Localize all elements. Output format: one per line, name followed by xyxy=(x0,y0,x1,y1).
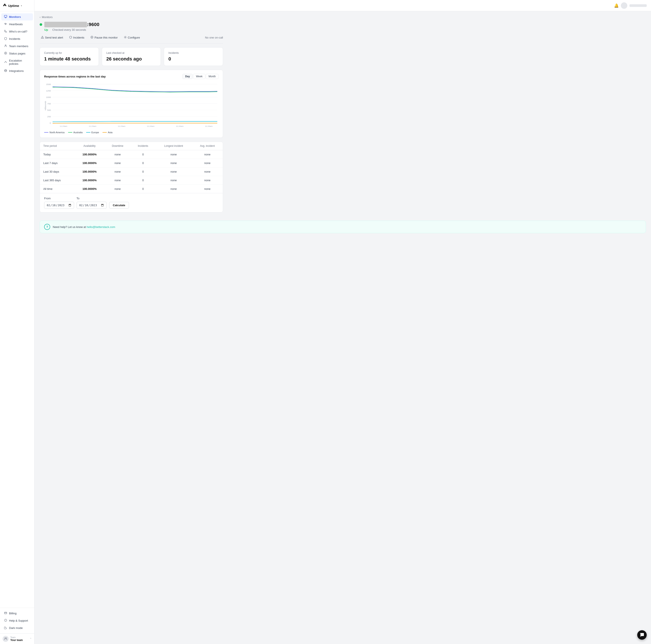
to-date-input[interactable] xyxy=(76,202,106,209)
svg-rect-15 xyxy=(92,37,92,38)
sidebar-item-whos-on-call[interactable]: Who's on-call? xyxy=(1,28,33,35)
cell-downtime: none xyxy=(104,176,131,185)
cell-downtime: none xyxy=(104,185,131,193)
col-header-availability: Availability xyxy=(74,142,104,150)
chart-header: Response times across regions in the las… xyxy=(44,74,218,79)
sidebar-item-escalation-policies[interactable]: Escalation policies xyxy=(1,57,33,67)
sidebar-item-integrations[interactable]: Integrations xyxy=(1,67,33,74)
sidebar-item-help-support[interactable]: ? Help & Support xyxy=(1,617,33,624)
sidebar-item-status-pages[interactable]: Status pages xyxy=(1,50,33,57)
col-header-period: Time period xyxy=(40,142,74,150)
stat-value-last-checked: 26 seconds ago xyxy=(106,56,156,62)
sidebar-item-team-members[interactable]: Team members xyxy=(1,43,33,50)
stat-label-last-checked: Last checked at xyxy=(106,52,156,55)
table-wrapper: Time period Availability Downtime Incide… xyxy=(40,142,223,193)
cell-longest: none xyxy=(155,167,192,176)
incidents-button[interactable]: Incidents xyxy=(68,35,86,40)
shield-icon xyxy=(4,37,7,41)
calculate-button[interactable]: Calculate xyxy=(109,202,129,208)
pause-monitor-button[interactable]: Pause this monitor xyxy=(89,35,119,40)
pause-icon xyxy=(90,36,93,39)
sidebar-item-incidents[interactable]: Incidents xyxy=(1,35,33,42)
cell-period: Last 30 days xyxy=(40,167,74,176)
sidebar-nav: Monitors Heartbeats Who's on-call? Incid… xyxy=(0,11,34,608)
phone-icon xyxy=(4,30,7,33)
configure-label: Configure xyxy=(128,36,140,39)
svg-text:250: 250 xyxy=(48,116,51,118)
legend-color-europe xyxy=(86,132,90,133)
notification-bell-icon[interactable]: 🔔 xyxy=(614,3,619,8)
sidebar-footer-info: Team Your team xyxy=(10,636,28,642)
sidebar-label-whos-on-call: Who's on-call? xyxy=(9,30,27,33)
chart-period-buttons: Day Week Month xyxy=(182,74,218,79)
sidebar-label-incidents: Incidents xyxy=(9,37,20,40)
sidebar-logo-text: Uptime xyxy=(8,4,19,7)
send-test-alert-button[interactable]: Send test alert xyxy=(40,35,64,40)
sidebar-footer[interactable]: Team Your team ⌃ xyxy=(0,634,34,644)
stat-label-incidents: Incidents xyxy=(168,52,218,55)
svg-point-17 xyxy=(125,37,126,38)
chart-svg: 1500 1250 1000 750 500 250 0 millisecond… xyxy=(44,82,218,129)
legend-europe: Europe xyxy=(86,131,99,134)
help-email-link[interactable]: hello@betterstack.com xyxy=(87,225,115,229)
cell-longest: none xyxy=(155,150,192,159)
svg-text:11:23am: 11:23am xyxy=(89,125,96,127)
from-label: From xyxy=(44,197,51,200)
status-dot xyxy=(40,23,42,26)
sidebar-label-help: Help & Support xyxy=(9,619,28,622)
table-body: Today 100.0000% none 0 none none Last 7 … xyxy=(40,150,223,193)
alert-icon xyxy=(41,36,44,39)
cell-avg: none xyxy=(192,185,223,193)
svg-text:?: ? xyxy=(5,620,6,622)
cell-downtime: none xyxy=(104,167,131,176)
stat-value-uptime: 1 minute 48 seconds xyxy=(44,56,94,62)
sidebar-logo[interactable]: Uptime ▾ xyxy=(0,0,34,11)
stat-label-uptime: Currently up for xyxy=(44,52,94,55)
col-header-avg: Avg. incident xyxy=(192,142,223,150)
cell-incidents: 0 xyxy=(131,159,155,167)
cell-period: Last 7 days xyxy=(40,159,74,167)
svg-text:1000: 1000 xyxy=(46,96,51,98)
sidebar-label-monitors: Monitors xyxy=(9,15,21,19)
chart-area: 1500 1250 1000 750 500 250 0 millisecond… xyxy=(44,82,218,129)
configure-button[interactable]: Configure xyxy=(123,35,141,40)
footer-chevron-icon: ⌃ xyxy=(30,638,32,640)
period-month-button[interactable]: Month xyxy=(206,74,218,79)
svg-text:11:23am: 11:23am xyxy=(60,125,67,127)
monitor-port: :9600 xyxy=(87,22,99,27)
cell-availability: 100.0000% xyxy=(74,150,104,159)
breadcrumb[interactable]: ‹ Monitors xyxy=(40,15,223,19)
svg-point-1 xyxy=(5,45,6,46)
cell-longest: none xyxy=(155,176,192,185)
sidebar-item-heartbeats[interactable]: Heartbeats xyxy=(1,21,33,28)
cell-longest: none xyxy=(155,185,192,193)
svg-text:milliseconds: milliseconds xyxy=(44,101,47,110)
status-pages-icon xyxy=(4,52,7,55)
period-week-button[interactable]: Week xyxy=(193,74,205,79)
chat-button[interactable] xyxy=(637,630,647,640)
legend-north-america: North America xyxy=(44,131,65,134)
period-day-button[interactable]: Day xyxy=(182,74,193,79)
cell-availability: 100.0000% xyxy=(74,176,104,185)
sidebar-item-dark-mode[interactable]: Dark mode xyxy=(1,624,33,632)
legend-asia: Asia xyxy=(102,131,113,134)
sidebar-item-monitors[interactable]: Monitors xyxy=(1,13,33,21)
svg-point-3 xyxy=(5,53,6,54)
date-range-section: From To Calculate xyxy=(40,193,223,212)
date-range-inputs: Calculate xyxy=(44,202,218,209)
sidebar-label-status-pages: Status pages xyxy=(9,52,25,55)
sidebar-item-billing[interactable]: Billing xyxy=(1,610,33,617)
user-avatar[interactable] xyxy=(621,2,627,9)
chevron-down-icon: ▾ xyxy=(21,4,22,7)
legend-color-north-america xyxy=(44,132,49,133)
heartbeats-icon xyxy=(4,22,7,26)
monitor-check-interval: Checked every 30 seconds xyxy=(52,28,86,31)
from-date-input[interactable] xyxy=(44,202,74,209)
svg-text:11:23am: 11:23am xyxy=(118,125,125,127)
monitor-host-blurred: ██.███.███.███ xyxy=(44,22,87,27)
gear-icon xyxy=(124,36,127,39)
separator: · xyxy=(50,28,51,31)
sidebar-label-heartbeats: Heartbeats xyxy=(9,23,23,26)
sidebar: Uptime ▾ Monitors Heartbeats Who's on-ca… xyxy=(0,0,34,644)
stat-card-incidents: Incidents 0 xyxy=(164,47,223,66)
